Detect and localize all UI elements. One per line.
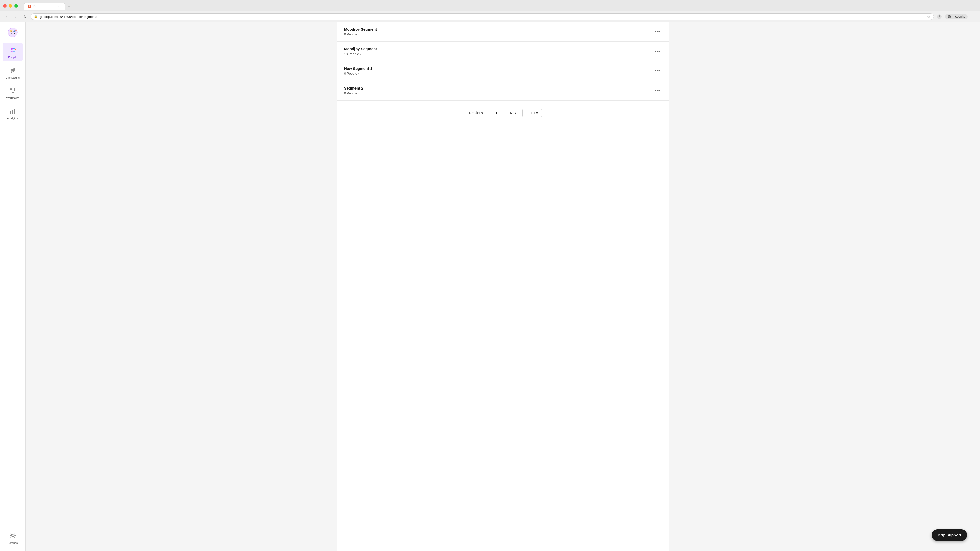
new-tab-btn[interactable]: + — [65, 3, 73, 10]
chevron-icon-3: › — [358, 92, 359, 95]
svg-point-25 — [12, 535, 14, 537]
workflows-icon — [8, 86, 18, 95]
sidebar-settings-label: Settings — [8, 541, 18, 545]
analytics-icon — [8, 106, 18, 116]
segment-actions-0: ••• — [653, 27, 662, 36]
active-tab[interactable]: Drip × — [24, 3, 65, 10]
pagination: Previous 1 Next 10 ▾ — [337, 100, 669, 125]
close-window-btn[interactable] — [3, 4, 6, 8]
segment-people-3[interactable]: 0 People › — [344, 91, 363, 95]
sidebar-item-analytics[interactable]: Analytics — [3, 104, 23, 122]
svg-point-6 — [8, 28, 18, 37]
lock-icon: 🔒 — [34, 15, 38, 18]
drip-support-btn[interactable]: Drip Support — [932, 529, 967, 541]
chevron-icon-1: › — [360, 52, 361, 56]
segment-info-3: Segment 2 0 People › — [344, 86, 363, 95]
current-page: 1 — [493, 111, 501, 115]
svg-rect-17 — [12, 92, 14, 94]
browser-more-btn[interactable]: ⋮ — [970, 13, 977, 20]
refresh-btn[interactable]: ↻ — [21, 13, 29, 20]
segment-item-0[interactable]: Moodjoy Segment 0 People › ••• — [337, 22, 669, 41]
segment-item-2[interactable]: New Segment 1 0 People › ••• — [337, 61, 669, 81]
browser-chrome: Drip × + ‹ › ↻ 🔒 getdrip.com/7641396/peo… — [0, 0, 980, 22]
segment-name-0: Moodjoy Segment — [344, 27, 377, 32]
chevron-icon-0: › — [358, 33, 359, 36]
profile-btn[interactable] — [936, 13, 943, 20]
sidebar: People Campaigns — [0, 22, 25, 551]
segment-people-2[interactable]: 0 People › — [344, 72, 372, 76]
window-controls — [3, 4, 18, 8]
address-bar: ‹ › ↻ 🔒 getdrip.com/7641396/people/segme… — [0, 11, 980, 22]
segment-name-2: New Segment 1 — [344, 66, 372, 71]
segment-people-0[interactable]: 0 People › — [344, 32, 377, 36]
svg-point-14 — [14, 49, 16, 50]
sidebar-bottom: Settings — [3, 529, 23, 547]
sidebar-analytics-label: Analytics — [7, 117, 18, 120]
app-container: People Campaigns — [0, 22, 980, 551]
segment-info-2: New Segment 1 0 People › — [344, 66, 372, 76]
tab-close-btn[interactable]: × — [57, 4, 61, 8]
previous-btn[interactable]: Previous — [464, 109, 488, 118]
svg-point-9 — [10, 30, 12, 32]
segment-item-3[interactable]: Segment 2 0 People › ••• — [337, 81, 669, 100]
sidebar-item-settings[interactable]: Settings — [3, 529, 23, 547]
svg-point-11 — [15, 30, 17, 31]
svg-point-3 — [948, 15, 951, 18]
segment-info-0: Moodjoy Segment 0 People › — [344, 27, 377, 36]
bookmark-icon[interactable]: ☆ — [927, 14, 931, 19]
svg-point-2 — [939, 15, 940, 17]
svg-point-12 — [11, 48, 13, 50]
campaigns-icon — [8, 66, 18, 75]
svg-point-13 — [13, 48, 14, 49]
sidebar-campaigns-label: Campaigns — [6, 76, 20, 79]
segment-actions-2: ••• — [653, 67, 662, 75]
people-icon — [8, 45, 18, 55]
segment-more-btn-3[interactable]: ••• — [653, 86, 662, 95]
segment-name-3: Segment 2 — [344, 86, 363, 90]
svg-rect-15 — [10, 88, 12, 90]
segment-info-1: Moodjoy Segment 13 People › — [344, 47, 377, 56]
segment-people-1[interactable]: 13 People › — [344, 52, 377, 56]
svg-rect-23 — [12, 110, 13, 114]
chevron-icon-2: › — [358, 72, 359, 75]
forward-btn[interactable]: › — [12, 13, 19, 20]
browser-actions: Incognito ⋮ — [936, 13, 977, 20]
next-btn[interactable]: Next — [505, 109, 523, 118]
content-inner: Moodjoy Segment 0 People › ••• Moodjoy S… — [337, 22, 669, 551]
svg-point-4 — [948, 16, 950, 17]
url-box[interactable]: 🔒 getdrip.com/7641396/people/segments ☆ — [30, 13, 934, 20]
back-btn[interactable]: ‹ — [3, 13, 10, 20]
per-page-value: 10 — [531, 111, 535, 115]
svg-point-0 — [29, 5, 30, 7]
segment-item-1[interactable]: Moodjoy Segment 13 People › ••• — [337, 41, 669, 61]
segment-name-1: Moodjoy Segment — [344, 47, 377, 51]
svg-rect-16 — [14, 88, 15, 90]
incognito-label: Incognito — [953, 15, 965, 18]
sidebar-logo[interactable] — [6, 26, 19, 39]
segment-actions-1: ••• — [653, 47, 662, 56]
url-text: getdrip.com/7641396/people/segments — [40, 15, 925, 19]
svg-point-5 — [950, 16, 950, 17]
svg-rect-24 — [14, 109, 15, 114]
main-content: Moodjoy Segment 0 People › ••• Moodjoy S… — [25, 22, 980, 551]
sidebar-item-workflows[interactable]: Workflows — [3, 84, 23, 102]
tab-title: Drip — [33, 5, 55, 8]
per-page-select[interactable]: 10 ▾ — [527, 109, 542, 118]
titlebar: Drip × + — [0, 0, 980, 11]
svg-point-10 — [14, 30, 16, 32]
sidebar-item-campaigns[interactable]: Campaigns — [3, 63, 23, 82]
minimize-window-btn[interactable] — [9, 4, 12, 8]
sidebar-item-people[interactable]: People — [3, 43, 23, 61]
incognito-badge: Incognito — [945, 14, 968, 19]
segment-more-btn-0[interactable]: ••• — [653, 27, 662, 36]
per-page-chevron: ▾ — [536, 111, 538, 115]
sidebar-people-label: People — [8, 56, 17, 59]
segment-more-btn-1[interactable]: ••• — [653, 47, 662, 56]
segment-actions-3: ••• — [653, 86, 662, 95]
svg-rect-22 — [10, 111, 11, 114]
sidebar-workflows-label: Workflows — [6, 97, 19, 100]
maximize-window-btn[interactable] — [14, 4, 18, 8]
settings-icon — [8, 531, 18, 540]
segment-more-btn-2[interactable]: ••• — [653, 67, 662, 75]
tab-favicon — [28, 5, 32, 8]
